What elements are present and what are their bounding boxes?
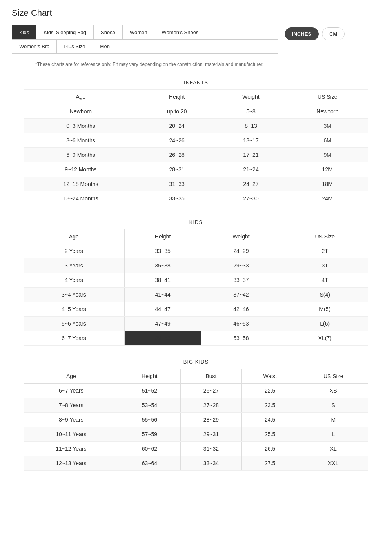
kid-weight: 37~42 [201,288,281,302]
infant-us-size: 9M [286,148,368,162]
tabs-row-1: Kids Kids' Sleeping Bag Shose Women Wome… [12,25,278,39]
big-kid-age: 11~12 Years [24,442,119,456]
tab-womens-shoes[interactable]: Women's Shoes [154,25,205,39]
kid-height: 44~47 [124,302,201,317]
kid-weight: 33~37 [201,273,281,288]
btn-inches[interactable]: INCHES [285,27,319,40]
big-kid-height: 51~52 [119,384,181,398]
kid-age: 3~4 Years [24,288,124,302]
big-kid-height: 57~59 [119,427,181,442]
table-row: 5~6 Years 47~49 46~53 L(6) [24,317,368,331]
infants-table-wrapper: INFANTS Age Height Weight US Size Newbor… [24,76,368,206]
kid-height: 33~35 [124,244,201,258]
big-kids-col-age: Age [24,369,119,384]
tab-shose[interactable]: Shose [94,25,123,39]
kids-table-wrapper: KIDS Age Height Weight US Size 2 Years 3… [24,215,368,346]
kid-age: 4~5 Years [24,302,124,317]
big-kid-us-size: XL [298,442,368,456]
kid-age: 5~6 Years [24,317,124,331]
table-row: 3~4 Years 41~44 37~42 S(4) [24,288,368,302]
big-kid-us-size: XXL [298,456,368,471]
big-kid-waist: 24.5 [242,413,298,427]
infant-weight: 8~13 [216,119,286,133]
big-kid-bust: 31~32 [180,442,241,456]
kids-col-us-size: US Size [281,229,368,244]
tabs-container: Kids Kids' Sleeping Bag Shose Women Wome… [12,25,278,54]
big-kid-us-size: XS [298,384,368,398]
table-row: 9~12 Months 28~31 21~24 12M [24,162,368,177]
infant-age: 3~6 Months [24,133,138,148]
tab-women[interactable]: Women [123,25,155,39]
big-kid-age: 6~7 Years [24,384,119,398]
big-kid-us-size: L [298,427,368,442]
table-row: 3 Years 35~38 29~33 3T [24,258,368,273]
big-kid-bust: 27~28 [180,398,241,413]
kids-col-age: Age [24,229,124,244]
big-kids-col-height: Height [119,369,181,384]
kid-height: 49~52 [124,331,201,346]
table-row: 6~9 Months 26~28 17~21 9M [24,148,368,162]
kids-col-weight: Weight [201,229,281,244]
table-row: 10~11 Years 57~59 29~31 25.5 L [24,427,368,442]
big-kid-bust: 29~31 [180,427,241,442]
kid-us-size: 2T [281,244,368,258]
big-kid-waist: 23.5 [242,398,298,413]
infants-table: INFANTS Age Height Weight US Size Newbor… [24,76,368,206]
tab-kids[interactable]: Kids [12,25,36,39]
infants-col-age: Age [24,90,138,104]
table-row: 7~8 Years 53~54 27~28 23.5 S [24,398,368,413]
big-kids-col-us-size: US Size [298,369,368,384]
big-kid-waist: 22.5 [242,384,298,398]
tabs-row-2: Women's Bra Plus Size Men [12,39,278,53]
kid-us-size: 3T [281,258,368,273]
table-row: 12~13 Years 63~64 33~34 27.5 XXL [24,456,368,471]
big-kids-section-header: BIG KIDS [24,355,368,369]
tab-kids-sleeping-bag[interactable]: Kids' Sleeping Bag [36,25,94,39]
big-kid-waist: 26.5 [242,442,298,456]
infant-us-size: 18M [286,177,368,191]
big-kid-height: 53~54 [119,398,181,413]
table-row: 8~9 Years 55~56 28~29 24.5 M [24,413,368,427]
kid-age: 6~7 Years [24,331,124,346]
infant-us-size: 24M [286,191,368,206]
kid-weight: 29~33 [201,258,281,273]
big-kid-bust: 26~27 [180,384,241,398]
infant-height: 24~26 [138,133,216,148]
infant-height: 33~35 [138,191,216,206]
infants-col-us-size: US Size [286,90,368,104]
kid-us-size: L(6) [281,317,368,331]
infants-col-weight: Weight [216,90,286,104]
tab-womens-bra[interactable]: Women's Bra [12,40,57,53]
kid-age: 3 Years [24,258,124,273]
infant-height: 26~28 [138,148,216,162]
infant-us-size: Newborn [286,104,368,119]
big-kid-height: 55~56 [119,413,181,427]
kids-section-header: KIDS [24,215,368,229]
kid-height: 47~49 [124,317,201,331]
infant-weight: 27~30 [216,191,286,206]
kid-us-size: M(5) [281,302,368,317]
kids-table: KIDS Age Height Weight US Size 2 Years 3… [24,215,368,346]
infants-col-height: Height [138,90,216,104]
kid-weight: 53~58 [201,331,281,346]
infant-height: 28~31 [138,162,216,177]
table-row: 4~5 Years 44~47 42~46 M(5) [24,302,368,317]
kid-weight: 24~29 [201,244,281,258]
tab-men[interactable]: Men [93,40,117,53]
tab-plus-size[interactable]: Plus Size [57,40,93,53]
big-kid-us-size: M [298,413,368,427]
kid-weight: 42~46 [201,302,281,317]
table-row: 0~3 Months 20~24 8~13 3M [24,119,368,133]
btn-cm[interactable]: CM [322,27,345,40]
page-title: Size Chart [12,8,380,18]
infant-us-size: 6M [286,133,368,148]
infant-weight: 24~27 [216,177,286,191]
infant-age: 6~9 Months [24,148,138,162]
infant-age: 0~3 Months [24,119,138,133]
kid-us-size: S(4) [281,288,368,302]
big-kid-waist: 27.5 [242,456,298,471]
kids-col-height: Height [124,229,201,244]
table-row: 2 Years 33~35 24~29 2T [24,244,368,258]
big-kids-col-bust: Bust [180,369,241,384]
big-kid-bust: 28~29 [180,413,241,427]
